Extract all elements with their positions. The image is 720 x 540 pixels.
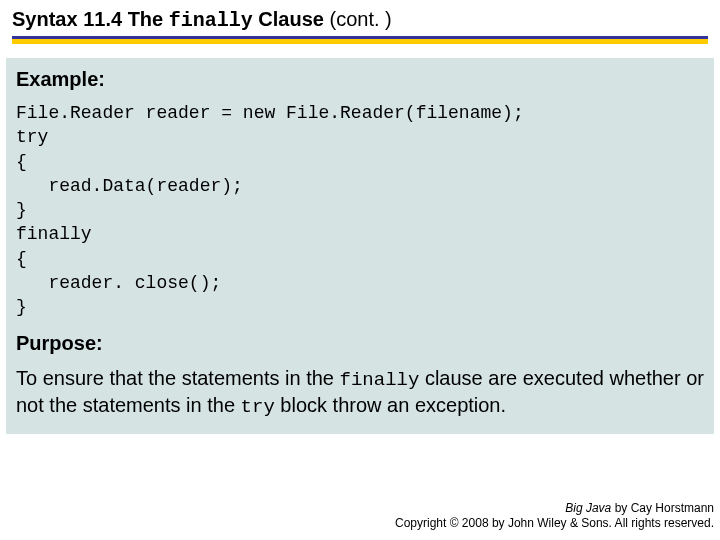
code-block: File.Reader reader = new File.Reader(fil…: [16, 101, 704, 320]
title-suffix: Clause: [253, 8, 330, 30]
content-panel: Example: File.Reader reader = new File.R…: [6, 58, 714, 434]
purpose-seg1: To ensure that the statements in the: [16, 367, 340, 389]
purpose-seg3: block throw an exception.: [275, 394, 506, 416]
footer: Big Java by Cay Horstmann Copyright © 20…: [395, 501, 714, 532]
title-keyword: finally: [169, 9, 253, 32]
slide-title: Syntax 11.4 The finally Clause (cont. ): [12, 8, 708, 32]
footer-line1: Big Java by Cay Horstmann: [395, 501, 714, 517]
divider-yellow: [12, 39, 708, 44]
purpose-body: To ensure that the statements in the fin…: [16, 365, 704, 420]
title-cont: (cont. ): [329, 8, 391, 30]
footer-byline: by Cay Horstmann: [611, 501, 714, 515]
title-prefix: Syntax 11.4 The: [12, 8, 169, 30]
title-bar: Syntax 11.4 The finally Clause (cont. ): [0, 0, 720, 32]
purpose-heading: Purpose:: [16, 332, 704, 355]
footer-copyright: Copyright © 2008 by John Wiley & Sons. A…: [395, 516, 714, 532]
footer-book: Big Java: [565, 501, 611, 515]
purpose-kw2: try: [241, 396, 275, 418]
purpose-kw1: finally: [340, 369, 420, 391]
example-heading: Example:: [16, 68, 704, 91]
